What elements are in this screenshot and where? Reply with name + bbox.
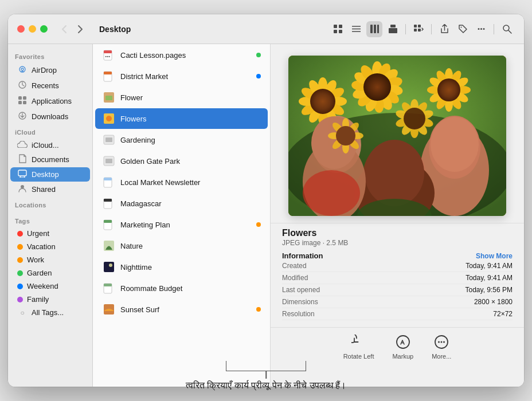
file-item-madagascar[interactable]: Madagascar [95,193,268,214]
file-item-golden[interactable]: Golden Gate Park [95,151,268,171]
downloads-label: Downloads [32,112,68,121]
sidebar-item-applications[interactable]: Applications [10,93,90,109]
svg-rect-46 [105,159,112,163]
sidebar-item-desktop[interactable]: Desktop [10,167,90,182]
finder-window: Desktop [8,14,524,387]
roommate-name: Roommate Budget [120,284,261,293]
info-row-dimensions: Dimensions 2800 × 1800 [282,296,513,308]
icloud-header: iCloud [8,124,92,138]
search-button[interactable] [499,21,515,37]
toolbar-divider-2 [431,24,432,34]
preview-filetype: JPEG image · 2.5 MB [282,239,513,247]
preview-image [288,56,506,216]
sidebar-item-shared[interactable]: Shared [10,182,90,197]
back-button[interactable] [57,22,72,37]
more-button[interactable] [473,21,489,37]
cacti-name: Cacti Lesson.pages [120,51,252,60]
title-bar: Desktop [8,14,524,44]
toolbar-divider-1 [405,24,406,34]
sidebar-item-downloads[interactable]: Downloads [10,109,90,124]
file-item-district[interactable]: District Market [95,66,268,87]
tag-button[interactable] [455,21,471,37]
view-columns-button[interactable] [366,21,382,37]
sidebar-item-tag-family[interactable]: Family [10,293,90,306]
annotation-text: त्वरित क्रियाएँ कार्य प्रीव्यू पेन के नी… [186,380,347,391]
markup-button[interactable]: Markup [392,333,413,360]
main-content: Favorites AirDrop Recents Applications [8,44,524,387]
svg-point-93 [363,73,391,101]
svg-rect-0 [334,25,337,28]
file-item-local[interactable]: Local Market Newsletter [95,172,268,192]
more-actions-icon [433,333,450,351]
file-item-flower[interactable]: Flower [95,87,268,108]
share-button[interactable] [436,21,452,37]
file-item-cacti[interactable]: ●●● Cacti Lesson.pages [95,45,268,65]
svg-text:●●●: ●●● [105,54,110,58]
toolbar-divider-3 [494,24,494,34]
svg-point-121 [336,126,355,146]
svg-rect-12 [414,25,417,27]
sidebar-item-tag-garden[interactable]: Garden [10,266,90,280]
sidebar-item-documents[interactable]: Documents [10,152,90,167]
icloud-label: iCloud... [32,141,59,150]
tags-header: Tags [8,213,92,227]
forward-button[interactable] [73,22,88,37]
minimize-button[interactable] [29,25,36,33]
sidebar-item-tag-work[interactable]: Work [10,253,90,266]
garden-dot [17,270,23,276]
family-dot [17,297,23,302]
madagascar-icon [102,196,116,210]
file-item-sunset[interactable]: Sunset Surf [95,299,268,320]
svg-rect-7 [370,25,373,33]
vacation-label: Vacation [27,242,56,251]
svg-point-19 [483,28,484,30]
marketing-name: Marketing Plan [120,221,252,229]
markup-label: Markup [392,353,413,360]
file-item-gardening[interactable]: Gardening [95,129,268,150]
svg-point-16 [460,27,461,28]
file-item-nighttime[interactable]: Nighttime [95,257,268,277]
group-button[interactable] [410,21,427,37]
markup-icon [394,333,412,351]
view-icons-button[interactable] [330,21,346,37]
sidebar-item-airdrop[interactable]: AirDrop [10,62,90,78]
nav-buttons [57,22,88,37]
svg-point-55 [109,264,112,267]
sidebar-item-tag-urgent[interactable]: Urgent [10,227,90,240]
file-item-nature[interactable]: Nature [95,235,268,256]
file-item-roommate[interactable]: Roommate Budget [95,278,268,298]
svg-rect-14 [414,29,417,32]
close-button[interactable] [17,25,25,33]
sidebar-item-all-tags[interactable]: ○ All Tags... [10,306,90,319]
preview-info-title: Information Show More [282,251,513,260]
sidebar-item-icloud[interactable]: iCloud... [10,138,90,152]
shared-label: Shared [32,185,56,194]
desktop-label: Desktop [32,170,59,179]
svg-rect-27 [18,101,22,104]
svg-rect-11 [390,25,396,27]
golden-name: Golden Gate Park [120,157,261,166]
more-actions-button[interactable]: More... [432,333,451,360]
svg-rect-52 [104,220,112,223]
view-list-button[interactable] [348,21,364,37]
file-item-flowers[interactable]: Flowers [95,108,268,129]
sidebar-item-tag-vacation[interactable]: Vacation [10,240,90,253]
svg-line-21 [508,30,511,33]
svg-point-139 [443,341,445,343]
sidebar-item-recents[interactable]: Recents [10,78,90,93]
view-gallery-button[interactable] [385,21,401,37]
file-item-marketing[interactable]: Marketing Plan [95,214,268,235]
svg-rect-9 [377,25,379,33]
flower-name: Flower [120,93,261,102]
district-icon [102,69,116,83]
roommate-icon [102,281,116,295]
sidebar-item-tag-weekend[interactable]: Weekend [10,280,90,293]
maximize-button[interactable] [40,25,48,33]
svg-point-106 [437,78,460,101]
flowers-icon [102,112,116,125]
recents-label: Recents [32,81,59,90]
family-label: Family [27,295,49,304]
rotate-left-button[interactable]: Rotate Left [343,333,374,360]
recents-icon [17,80,28,91]
show-more-link[interactable]: Show More [476,252,513,260]
